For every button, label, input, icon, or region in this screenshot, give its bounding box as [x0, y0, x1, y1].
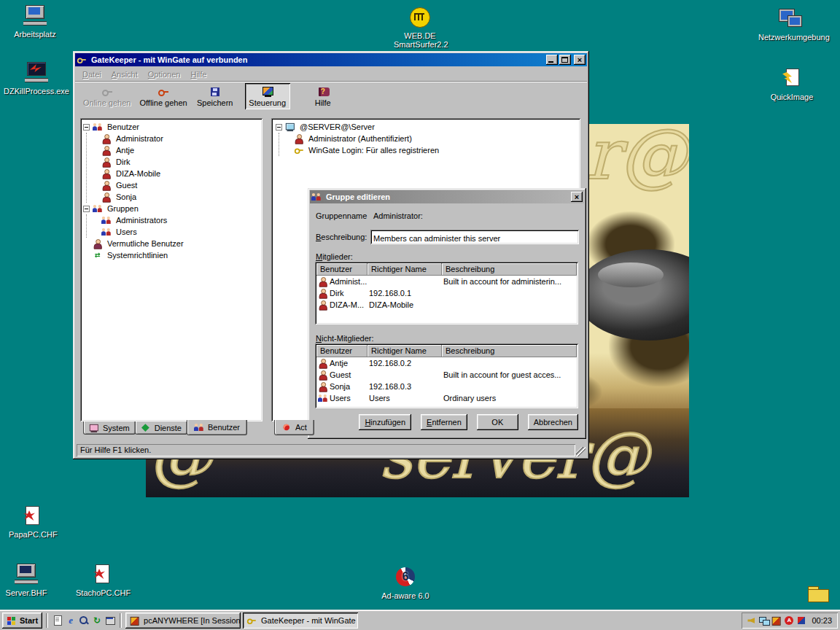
resize-grip[interactable]	[576, 447, 586, 456]
offline-gehen-button[interactable]: Offline gehen	[136, 83, 190, 109]
column-header-richtiger-name[interactable]: Richtiger Name	[368, 345, 442, 357]
ok-button[interactable]: OK	[477, 414, 518, 430]
tree-label: Administrators	[116, 216, 167, 225]
column-header-beschreibung[interactable]: Beschreibung	[442, 345, 577, 357]
online-gehen-button[interactable]: Online gehen	[79, 83, 134, 109]
desktop-icon-papapc[interactable]: PapaPC.CHF	[9, 505, 55, 539]
member-row[interactable]: Dirk 192.168.0.1	[316, 287, 577, 299]
member-row[interactable]: DIZA-M... DIZA-Mobile	[316, 299, 577, 311]
nonmember-row[interactable]: Guest Built in account for guest acces..…	[316, 369, 577, 381]
desktop-icon-adaware[interactable]: Ad-aware 6.0	[379, 566, 432, 600]
tab-dienste[interactable]: Dienste	[135, 421, 187, 435]
collapse-icon[interactable]	[276, 124, 282, 131]
add-button[interactable]: Hinzufügen	[359, 414, 411, 430]
tree-item-administrators[interactable]: Administrators	[87, 214, 262, 226]
remove-button[interactable]: Entfernen	[421, 414, 467, 430]
users-group-icon	[93, 203, 103, 214]
desktop-icon-webde-smartsurfer[interactable]: WEB.DE SmartSurfer2.2	[394, 6, 446, 49]
tree-item-administrator[interactable]: Administrator	[87, 133, 262, 144]
gatekeeper-app-icon	[77, 55, 87, 65]
tree-item-antje[interactable]: Antje	[87, 144, 262, 156]
network-tray-icon[interactable]	[758, 615, 770, 626]
tree-item-users[interactable]: Users	[87, 226, 262, 238]
cell-user: Antje	[330, 359, 348, 368]
steuerung-button[interactable]: Steuerung	[245, 83, 290, 109]
show-desktop-icon[interactable]	[52, 615, 63, 626]
gatekeeper-titlebar[interactable]: GateKeeper - mit WinGate auf verbunden ×	[75, 53, 587, 66]
collapse-icon[interactable]	[83, 124, 90, 131]
column-header-benutzer[interactable]: Benutzer	[316, 345, 368, 357]
nonmember-row[interactable]: Sonja 192.168.0.3	[316, 381, 577, 392]
menu-datei[interactable]: Datei	[77, 69, 106, 80]
menu-hilfe[interactable]: Hilfe	[185, 69, 211, 80]
maximize-button[interactable]	[559, 55, 571, 65]
user-icon	[318, 300, 328, 310]
tree-label: DIZA-Mobile	[116, 169, 160, 178]
speichern-button[interactable]: Speichern	[192, 83, 238, 109]
tree-label: Sonja	[116, 192, 136, 201]
internet-explorer-icon[interactable]	[65, 615, 77, 626]
desktop-icon-label: PapaPC.CHF	[9, 530, 55, 539]
tree-item-dirk[interactable]: Dirk	[87, 156, 262, 168]
save-disk-icon	[209, 86, 221, 98]
cell-realname: 192.168.0.3	[368, 382, 442, 391]
pcanywhere-tray-icon[interactable]	[771, 615, 781, 626]
cancel-button[interactable]: Abbrechen	[528, 414, 578, 430]
adwatch-tray-icon[interactable]	[783, 615, 795, 626]
minimize-button[interactable]	[546, 55, 558, 65]
tree-item-vermutliche-benutzer[interactable]: Vermutliche Benutzer	[82, 238, 262, 249]
tab-system[interactable]: System	[83, 421, 136, 435]
desktop-icon-folder[interactable]	[802, 582, 834, 605]
tree-item-sonja[interactable]: Sonja	[87, 191, 262, 203]
tree-item-admin-session[interactable]: Administrator (Authentifiziert)	[279, 133, 580, 144]
toolbar-label: Online gehen	[83, 98, 131, 107]
tree-item-diza-mobile[interactable]: DIZA-Mobile	[87, 168, 262, 179]
member-row[interactable]: Administ... Built in account for adminis…	[316, 276, 577, 287]
taskbar-clock[interactable]: 00:23	[812, 616, 832, 625]
cell-realname: 192.168.0.2	[368, 359, 442, 368]
toolbar-label: Speichern	[197, 98, 233, 107]
search-icon[interactable]	[78, 615, 90, 626]
volume-icon[interactable]	[746, 615, 758, 626]
taskbar: Start pcANYWHERE [In Session] GateKeeper…	[0, 610, 840, 630]
desktop-icon-server-bhf[interactable]: Server.BHF	[4, 563, 48, 597]
server-computer-icon	[285, 122, 295, 132]
column-header-beschreibung[interactable]: Beschreibung	[442, 263, 577, 276]
tree-item-guest[interactable]: Guest	[87, 179, 262, 191]
user-icon	[318, 276, 328, 287]
task-pcanywhere[interactable]: pcANYWHERE [In Session]	[125, 612, 241, 629]
tree-item-gruppen[interactable]: Gruppen	[82, 203, 262, 214]
task-gatekeeper[interactable]: GateKeeper - mit WinGate ...	[243, 612, 358, 629]
column-header-richtiger-name[interactable]: Richtiger Name	[368, 263, 442, 276]
collapse-icon[interactable]	[83, 206, 90, 212]
tab-activity[interactable]: Act	[274, 420, 314, 435]
start-button[interactable]: Start	[2, 612, 42, 629]
desktop-icon-label: Netzwerkumgebung	[758, 33, 822, 42]
dialog-titlebar[interactable]: Gruppe editieren ×	[310, 190, 584, 203]
refresh-icon[interactable]	[91, 615, 103, 626]
desktop-icon-quickimage[interactable]: QuickImage	[766, 67, 818, 101]
dialog-close-button[interactable]: ×	[571, 192, 583, 202]
desktop-icon-netzwerkumgebung[interactable]: Netzwerkumgebung	[758, 7, 822, 42]
nonmember-row[interactable]: Users Users Ordinary users	[316, 392, 577, 404]
window-icon[interactable]	[104, 615, 116, 626]
desktop-icon-arbeitsplatz[interactable]: Arbeitsplatz	[12, 4, 58, 39]
members-list-header: Benutzer Richtiger Name Beschreibung	[316, 263, 577, 276]
menu-optionen[interactable]: Optionen	[143, 69, 186, 80]
messenger-tray-icon[interactable]	[796, 615, 807, 626]
panel-splitter[interactable]	[265, 118, 269, 421]
nonmember-row[interactable]: Antje 192.168.0.2	[316, 357, 577, 369]
tree-item-wingate-login[interactable]: WinGate Login: Für alles registrieren	[279, 144, 580, 156]
tree-item-systemrichtlinien[interactable]: Systemrichtlinien	[82, 249, 262, 261]
description-input[interactable]	[370, 230, 579, 244]
key-icon	[294, 145, 304, 155]
column-header-benutzer[interactable]: Benutzer	[316, 263, 368, 276]
tree-item-server-root[interactable]: @SERVER@\Server	[274, 121, 580, 133]
close-button[interactable]: ×	[574, 55, 586, 65]
tree-item-benutzer[interactable]: Benutzer	[82, 121, 262, 133]
desktop-icon-dzkillprocess[interactable]: DZKillProcess.exe	[0, 61, 73, 96]
hilfe-button[interactable]: Hilfe	[300, 83, 346, 109]
desktop-icon-stachopc[interactable]: StachoPC.CHF	[76, 563, 128, 597]
menu-ansicht[interactable]: Ansicht	[106, 69, 143, 80]
tab-benutzer[interactable]: Benutzer	[187, 420, 247, 435]
